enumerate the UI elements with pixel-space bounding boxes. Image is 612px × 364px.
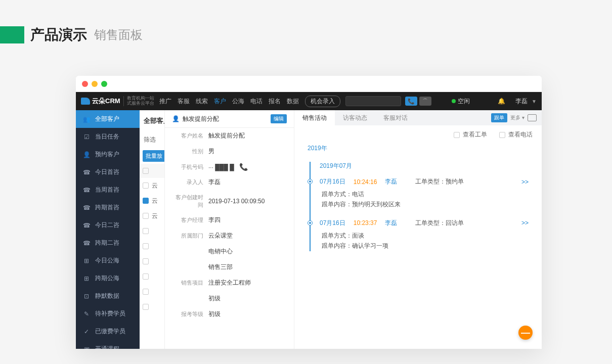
sidebar-icon: ⊞ — [83, 257, 90, 264]
event-expand-button[interactable]: >> — [521, 178, 529, 186]
list-item[interactable] — [140, 299, 164, 314]
batch-button[interactable]: 批量放 — [143, 150, 165, 162]
sidebar-item-label: 跨期公海 — [95, 274, 119, 283]
followup-badge[interactable]: 跟单 — [491, 113, 507, 122]
field-value: 电销中心 — [208, 247, 233, 256]
list-column-header — [140, 164, 164, 178]
event-expand-button[interactable]: >> — [521, 219, 529, 226]
activity-tab[interactable]: 客服对话 — [375, 110, 416, 125]
row-checkbox[interactable] — [143, 289, 149, 295]
row-checkbox[interactable] — [143, 274, 149, 280]
detail-field: 初级 — [165, 291, 294, 306]
list-item[interactable] — [140, 239, 164, 254]
detail-field: 销售项目注册安全工程师 — [165, 275, 294, 291]
field-label: 客户经理 — [172, 216, 203, 224]
panel-toggle-icon[interactable] — [528, 114, 537, 121]
sidebar-item[interactable]: ☎当周首咨 — [76, 181, 140, 199]
detail-field: 客户创建时间2019-07-13 00:09:50 — [165, 190, 294, 212]
detail-field: 性别男 — [165, 144, 294, 159]
timeline-event: 07月16日 10:24:16 李磊 工单类型：预约单 >> 跟单方式：电话 跟… — [320, 177, 529, 210]
sidebar-item[interactable]: ☎跨期二咨 — [76, 234, 140, 252]
sidebar-item[interactable]: ⊞跨期公海 — [76, 269, 140, 287]
sidebar-item[interactable]: ✓已缴费学员 — [76, 323, 140, 340]
activity-tab[interactable]: 销售活动 — [294, 110, 335, 125]
sidebar-item-label: 当日任务 — [95, 132, 119, 141]
row-checkbox[interactable] — [143, 183, 149, 189]
list-item[interactable] — [140, 254, 164, 269]
field-label: 所属部门 — [172, 232, 203, 240]
bell-icon[interactable]: 🔔 — [498, 98, 505, 105]
list-item[interactable]: 云 — [140, 178, 164, 193]
top-nav: 云朵CRM 教育机构一站 式服务云平台 推广客服线索客户公海电话报名数据 机会录… — [76, 92, 542, 110]
nav-item[interactable]: 客服 — [178, 97, 190, 106]
user-name[interactable]: 李磊 — [515, 97, 528, 106]
field-value: 销售三部 — [208, 263, 233, 271]
fab-collapse-button[interactable]: — — [518, 326, 533, 340]
event-date: 07月16日 — [320, 219, 345, 228]
event-content: 跟单内容：预约明天到校区来 — [322, 199, 529, 209]
phone-icon[interactable]: 📞 — [239, 163, 248, 171]
nav-item[interactable]: 推广 — [159, 97, 171, 106]
more-dropdown[interactable]: 更多 ▾ — [510, 114, 524, 121]
event-content: 跟单内容：确认学习一项 — [322, 241, 529, 251]
nav-item[interactable]: 数据 — [287, 97, 299, 106]
sidebar-item[interactable]: ☎今日首咨 — [76, 163, 140, 181]
search-input[interactable] — [345, 96, 401, 106]
sidebar-item-label: 今日首咨 — [95, 168, 119, 176]
list-item[interactable] — [140, 223, 164, 239]
sidebar-item[interactable]: ✎待补费学员 — [76, 305, 140, 323]
app-window: 云朵CRM 教育机构一站 式服务云平台 推广客服线索客户公海电话报名数据 机会录… — [76, 76, 542, 349]
field-value: 李四 — [208, 216, 221, 224]
chevron-down-icon[interactable]: ▼ — [532, 99, 537, 104]
activity-tab[interactable]: 访客动态 — [335, 110, 375, 125]
nav-item[interactable]: 报名 — [269, 97, 281, 106]
phone-answer-icon[interactable]: 📞 — [405, 97, 417, 106]
sidebar-item[interactable]: 👤预约客户 — [76, 146, 140, 163]
list-item[interactable]: 云 — [140, 193, 164, 208]
sidebar-item[interactable]: ☎跨期首咨 — [76, 199, 140, 216]
event-method: 跟单方式：电话 — [322, 189, 529, 199]
row-checkbox[interactable] — [143, 258, 149, 264]
sidebar-item[interactable]: 👥全部客户 — [76, 110, 140, 128]
maximize-icon[interactable] — [101, 81, 107, 87]
sidebar-item-label: 预约客户 — [95, 150, 119, 159]
row-checkbox[interactable] — [143, 304, 149, 310]
event-user[interactable]: 李磊 — [385, 219, 397, 228]
sidebar-item[interactable]: ⊡静默数据 — [76, 287, 140, 305]
row-checkbox[interactable] — [143, 213, 149, 219]
select-all-checkbox[interactable] — [143, 168, 149, 174]
opportunity-button[interactable]: 机会录入 — [305, 96, 340, 107]
sidebar-item[interactable]: ☑当日任务 — [76, 128, 140, 146]
phone-hangup-icon[interactable]: ⌒ — [419, 97, 431, 106]
brand-logo[interactable]: 云朵CRM 教育机构一站 式服务云平台 — [81, 96, 154, 106]
nav-item[interactable]: 电话 — [250, 97, 263, 106]
sidebar-item[interactable]: ⊞今日公海 — [76, 252, 140, 269]
timeline-year: 2019年 — [308, 144, 529, 153]
sidebar-item[interactable]: ☎今日二咨 — [76, 216, 140, 234]
sidebar-icon: ▣ — [83, 346, 90, 349]
list-item[interactable] — [140, 269, 164, 284]
row-checkbox[interactable] — [143, 243, 149, 249]
event-user[interactable]: 李磊 — [385, 177, 397, 186]
list-item[interactable] — [140, 284, 164, 299]
person-icon: 👤 — [172, 115, 180, 122]
row-checkbox[interactable] — [143, 228, 149, 234]
list-header: 全部客户 — [140, 110, 164, 131]
view-ticket-checkbox[interactable]: 查看工单 — [454, 130, 487, 139]
nav-item[interactable]: 线索 — [196, 97, 208, 106]
list-item[interactable]: 云 — [140, 208, 164, 223]
sidebar-icon: ☎ — [83, 169, 90, 176]
status-indicator-icon — [452, 99, 456, 103]
sidebar-item[interactable]: ▣开通课程 — [76, 340, 140, 349]
close-icon[interactable] — [82, 81, 88, 87]
page-title: 产品演示 — [30, 25, 87, 44]
minimize-icon[interactable] — [92, 81, 98, 87]
view-call-checkbox[interactable]: 查看电话 — [499, 130, 533, 139]
status-text[interactable]: 空闲 — [458, 97, 470, 106]
row-checkbox[interactable] — [143, 198, 149, 204]
nav-item[interactable]: 客户 — [214, 97, 226, 106]
list-filter-label[interactable]: 筛选 — [140, 131, 164, 148]
edit-button[interactable]: 编辑 — [271, 114, 287, 123]
nav-item[interactable]: 公海 — [232, 97, 244, 106]
sidebar-item-label: 待补费学员 — [95, 309, 125, 318]
